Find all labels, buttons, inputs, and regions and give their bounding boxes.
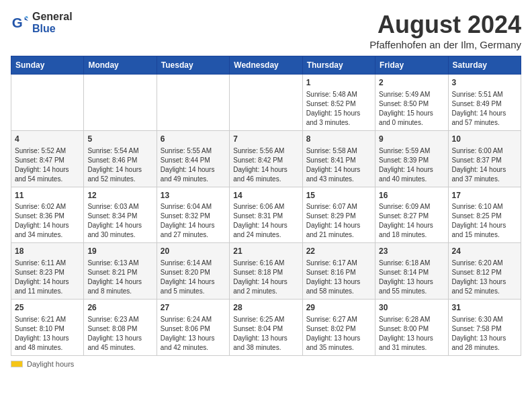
day-content: Sunrise: 5:49 AM Sunset: 8:50 PM Dayligh… — [379, 90, 444, 128]
day-content: Sunrise: 5:59 AM Sunset: 8:39 PM Dayligh… — [379, 146, 444, 184]
day-header-thursday: Thursday — [302, 56, 375, 75]
day-content: Sunrise: 6:14 AM Sunset: 8:20 PM Dayligh… — [161, 259, 226, 296]
day-content: Sunrise: 6:06 AM Sunset: 8:31 PM Dayligh… — [233, 202, 298, 240]
day-content: Sunrise: 6:10 AM Sunset: 8:25 PM Dayligh… — [452, 202, 517, 240]
day-number: 27 — [161, 302, 226, 314]
calendar-cell: 30Sunrise: 6:28 AM Sunset: 8:00 PM Dayli… — [375, 300, 448, 356]
day-number: 24 — [452, 246, 517, 257]
calendar-cell: 31Sunrise: 6:30 AM Sunset: 7:58 PM Dayli… — [448, 300, 521, 356]
calendar-week-row: 1Sunrise: 5:48 AM Sunset: 8:52 PM Daylig… — [11, 75, 521, 131]
calendar-cell: 26Sunrise: 6:23 AM Sunset: 8:08 PM Dayli… — [84, 300, 157, 356]
calendar-body: 1Sunrise: 5:48 AM Sunset: 8:52 PM Daylig… — [11, 75, 521, 356]
day-number: 12 — [87, 190, 152, 201]
calendar-cell: 9Sunrise: 5:59 AM Sunset: 8:39 PM Daylig… — [375, 130, 448, 187]
day-content: Sunrise: 6:09 AM Sunset: 8:27 PM Dayligh… — [379, 202, 444, 240]
day-number: 17 — [452, 190, 517, 201]
calendar-cell: 23Sunrise: 6:18 AM Sunset: 8:14 PM Dayli… — [375, 243, 448, 300]
calendar-cell: 1Sunrise: 5:48 AM Sunset: 8:52 PM Daylig… — [302, 75, 375, 131]
calendar-cell: 18Sunrise: 6:11 AM Sunset: 8:23 PM Dayli… — [11, 243, 84, 300]
calendar-cell: 3Sunrise: 5:51 AM Sunset: 8:49 PM Daylig… — [448, 75, 521, 131]
calendar-cell: 25Sunrise: 6:21 AM Sunset: 8:10 PM Dayli… — [11, 300, 84, 356]
day-number: 3 — [452, 77, 517, 89]
calendar-cell: 11Sunrise: 6:02 AM Sunset: 8:36 PM Dayli… — [11, 187, 84, 243]
logo-icon: G — [11, 13, 30, 32]
day-number: 16 — [379, 190, 444, 201]
day-header-friday: Friday — [375, 56, 448, 75]
calendar-cell — [11, 75, 84, 131]
calendar-cell — [157, 75, 229, 131]
calendar-cell: 2Sunrise: 5:49 AM Sunset: 8:50 PM Daylig… — [375, 75, 448, 131]
day-content: Sunrise: 6:18 AM Sunset: 8:14 PM Dayligh… — [379, 259, 444, 296]
day-header-sunday: Sunday — [11, 56, 84, 75]
calendar-cell: 28Sunrise: 6:25 AM Sunset: 8:04 PM Dayli… — [230, 300, 302, 356]
day-header-monday: Monday — [84, 56, 157, 75]
month-title: August 2024 — [369, 11, 521, 39]
calendar-header-row: SundayMondayTuesdayWednesdayThursdayFrid… — [11, 56, 521, 75]
day-content: Sunrise: 6:16 AM Sunset: 8:18 PM Dayligh… — [233, 259, 298, 296]
day-content: Sunrise: 6:03 AM Sunset: 8:34 PM Dayligh… — [87, 202, 152, 240]
calendar-cell: 29Sunrise: 6:27 AM Sunset: 8:02 PM Dayli… — [302, 300, 375, 356]
day-header-wednesday: Wednesday — [230, 56, 302, 75]
day-number: 28 — [233, 302, 298, 314]
day-content: Sunrise: 5:48 AM Sunset: 8:52 PM Dayligh… — [306, 90, 371, 128]
day-content: Sunrise: 6:21 AM Sunset: 8:10 PM Dayligh… — [15, 315, 80, 353]
calendar-cell: 20Sunrise: 6:14 AM Sunset: 8:20 PM Dayli… — [157, 243, 229, 300]
location-subtitle: Pfaffenhofen an der Ilm, Germany — [369, 39, 521, 50]
calendar-cell: 12Sunrise: 6:03 AM Sunset: 8:34 PM Dayli… — [84, 187, 157, 243]
day-content: Sunrise: 6:00 AM Sunset: 8:37 PM Dayligh… — [452, 146, 517, 184]
day-header-saturday: Saturday — [448, 56, 521, 75]
day-content: Sunrise: 6:11 AM Sunset: 8:23 PM Dayligh… — [15, 259, 80, 296]
day-content: Sunrise: 5:54 AM Sunset: 8:46 PM Dayligh… — [87, 146, 152, 184]
day-number: 6 — [161, 134, 226, 145]
day-number: 5 — [87, 134, 152, 145]
day-number: 1 — [306, 77, 371, 89]
day-number: 21 — [233, 246, 298, 257]
calendar-cell: 17Sunrise: 6:10 AM Sunset: 8:25 PM Dayli… — [448, 187, 521, 243]
calendar-cell: 21Sunrise: 6:16 AM Sunset: 8:18 PM Dayli… — [230, 243, 302, 300]
day-content: Sunrise: 6:24 AM Sunset: 8:06 PM Dayligh… — [161, 315, 226, 353]
calendar-cell: 7Sunrise: 5:56 AM Sunset: 8:42 PM Daylig… — [230, 130, 302, 187]
calendar-cell: 10Sunrise: 6:00 AM Sunset: 8:37 PM Dayli… — [448, 130, 521, 187]
calendar-cell: 24Sunrise: 6:20 AM Sunset: 8:12 PM Dayli… — [448, 243, 521, 300]
calendar-cell — [230, 75, 302, 131]
calendar-cell: 27Sunrise: 6:24 AM Sunset: 8:06 PM Dayli… — [157, 300, 229, 356]
calendar-cell: 16Sunrise: 6:09 AM Sunset: 8:27 PM Dayli… — [375, 187, 448, 243]
calendar-cell: 13Sunrise: 6:04 AM Sunset: 8:32 PM Dayli… — [157, 187, 229, 243]
day-number: 18 — [15, 246, 80, 257]
day-number: 29 — [306, 302, 371, 314]
day-number: 20 — [161, 246, 226, 257]
calendar-cell: 6Sunrise: 5:55 AM Sunset: 8:44 PM Daylig… — [157, 130, 229, 187]
calendar-cell: 5Sunrise: 5:54 AM Sunset: 8:46 PM Daylig… — [84, 130, 157, 187]
day-number: 14 — [233, 190, 298, 201]
calendar-cell: 14Sunrise: 6:06 AM Sunset: 8:31 PM Dayli… — [230, 187, 302, 243]
day-number: 31 — [452, 302, 517, 314]
day-number: 25 — [15, 302, 80, 314]
calendar-cell: 22Sunrise: 6:17 AM Sunset: 8:16 PM Dayli… — [302, 243, 375, 300]
day-content: Sunrise: 5:55 AM Sunset: 8:44 PM Dayligh… — [161, 146, 226, 184]
daylight-bar-icon — [11, 361, 23, 367]
calendar-cell: 15Sunrise: 6:07 AM Sunset: 8:29 PM Dayli… — [302, 187, 375, 243]
title-block: August 2024 Pfaffenhofen an der Ilm, Ger… — [369, 11, 521, 50]
footer: Daylight hours — [11, 360, 521, 368]
day-content: Sunrise: 6:20 AM Sunset: 8:12 PM Dayligh… — [452, 259, 517, 296]
day-header-tuesday: Tuesday — [157, 56, 229, 75]
day-content: Sunrise: 5:52 AM Sunset: 8:47 PM Dayligh… — [15, 146, 80, 184]
day-content: Sunrise: 6:30 AM Sunset: 7:58 PM Dayligh… — [452, 315, 517, 353]
page-header: G General Blue August 2024 Pfaffenhofen … — [11, 11, 521, 50]
day-content: Sunrise: 5:58 AM Sunset: 8:41 PM Dayligh… — [306, 146, 371, 184]
day-number: 22 — [306, 246, 371, 257]
day-content: Sunrise: 6:07 AM Sunset: 8:29 PM Dayligh… — [306, 202, 371, 240]
day-content: Sunrise: 5:56 AM Sunset: 8:42 PM Dayligh… — [233, 146, 298, 184]
day-number: 23 — [379, 246, 444, 257]
logo-blue: Blue — [32, 23, 56, 34]
day-number: 7 — [233, 134, 298, 145]
day-number: 9 — [379, 134, 444, 145]
day-number: 13 — [161, 190, 226, 201]
day-content: Sunrise: 6:25 AM Sunset: 8:04 PM Dayligh… — [233, 315, 298, 353]
day-number: 11 — [15, 190, 80, 201]
day-content: Sunrise: 5:51 AM Sunset: 8:49 PM Dayligh… — [452, 90, 517, 128]
day-number: 30 — [379, 302, 444, 314]
calendar-week-row: 4Sunrise: 5:52 AM Sunset: 8:47 PM Daylig… — [11, 130, 521, 187]
day-number: 10 — [452, 134, 517, 145]
day-number: 2 — [379, 77, 444, 89]
